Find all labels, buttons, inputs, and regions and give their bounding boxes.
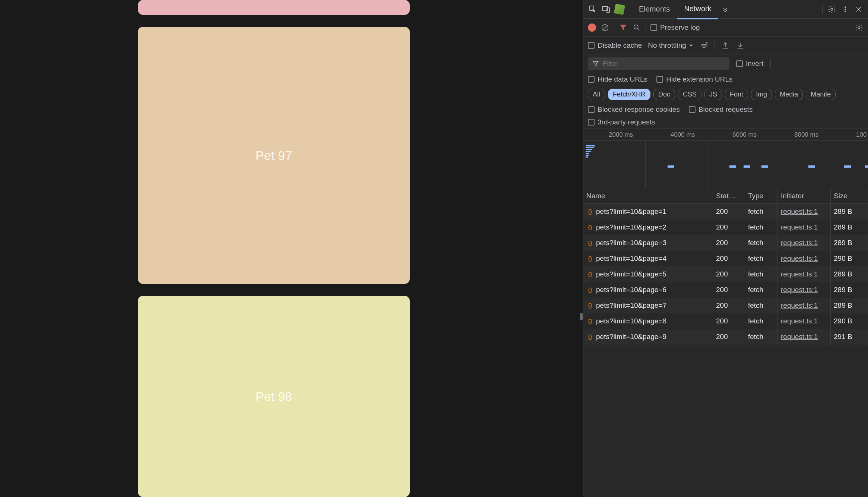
pill-fetch-xhr[interactable]: Fetch/XHR [608, 89, 650, 100]
table-row[interactable]: {} pets?limit=10&page=9 200 fetch reques… [583, 329, 868, 345]
cell-type: fetch [745, 313, 778, 329]
timeline-overview[interactable]: 2000 ms 4000 ms 6000 ms 8000 ms 100 [583, 129, 868, 188]
preserve-log-checkbox[interactable]: Preserve log [650, 23, 700, 32]
cell-type: fetch [745, 204, 778, 219]
timeline-tick-label: 4000 ms [671, 131, 695, 139]
filter-row: Invert [583, 54, 868, 73]
svg-point-4 [845, 6, 846, 7]
header-type[interactable]: Type [745, 188, 778, 203]
initiator-link[interactable]: request.ts:1 [781, 333, 818, 341]
initiator-link[interactable]: request.ts:1 [781, 286, 818, 294]
scroll-thumb[interactable] [580, 313, 583, 320]
pill-all[interactable]: All [588, 89, 605, 100]
checkbox-icon [588, 119, 595, 126]
table-row[interactable]: {} pets?limit=10&page=7 200 fetch reques… [583, 298, 868, 313]
initiator-link[interactable]: request.ts:1 [781, 254, 818, 263]
tab-elements[interactable]: Elements [632, 0, 677, 19]
download-har-icon[interactable] [736, 41, 745, 50]
cell-name: {} pets?limit=10&page=5 [583, 266, 713, 282]
checkbox-icon [689, 106, 696, 113]
search-icon[interactable] [632, 23, 641, 32]
request-name: pets?limit=10&page=8 [596, 317, 666, 325]
pet-card[interactable] [138, 0, 410, 15]
network-settings-gear-icon[interactable] [855, 23, 864, 32]
filter-funnel-icon[interactable] [619, 23, 628, 32]
more-tabs-icon[interactable] [719, 3, 732, 16]
table-row[interactable]: {} pets?limit=10&page=6 200 fetch reques… [583, 282, 868, 298]
initiator-link[interactable]: request.ts:1 [781, 317, 818, 325]
hide-data-urls-checkbox[interactable]: Hide data URLs [588, 75, 647, 83]
cell-size: 291 B [831, 329, 868, 345]
pet-card[interactable]: Pet 98 [138, 296, 410, 497]
kebab-menu-icon[interactable] [839, 3, 852, 16]
header-status[interactable]: Stat… [713, 188, 745, 203]
disable-cache-label: Disable cache [598, 41, 642, 50]
cell-initiator: request.ts:1 [778, 298, 831, 313]
header-size[interactable]: Size [831, 188, 868, 203]
header-name[interactable]: Name [583, 188, 713, 203]
svg-point-8 [634, 25, 638, 29]
network-conditions-icon[interactable] [700, 41, 709, 50]
invert-checkbox[interactable]: Invert [736, 60, 764, 68]
inspect-element-icon[interactable] [586, 3, 599, 16]
hide-ext-urls-checkbox[interactable]: Hide extension URLs [656, 75, 732, 83]
cell-name: {} pets?limit=10&page=3 [583, 235, 713, 251]
table-row[interactable]: {} pets?limit=10&page=5 200 fetch reques… [583, 266, 868, 282]
blocked-response-cookies-checkbox[interactable]: Blocked response cookies [588, 105, 680, 114]
cell-status: 200 [713, 329, 745, 345]
cell-initiator: request.ts:1 [778, 219, 831, 235]
table-row[interactable]: {} pets?limit=10&page=8 200 fetch reques… [583, 313, 868, 329]
initiator-link[interactable]: request.ts:1 [781, 239, 818, 247]
clear-icon[interactable] [601, 23, 609, 32]
svg-point-5 [845, 9, 846, 10]
divider [646, 23, 646, 32]
record-button[interactable] [588, 23, 596, 32]
disable-cache-checkbox[interactable]: Disable cache [588, 41, 642, 50]
pill-font[interactable]: Font [725, 89, 748, 100]
pill-img[interactable]: Img [751, 89, 772, 100]
pet-card-label: Pet 97 [256, 148, 292, 163]
cell-status: 200 [713, 235, 745, 251]
third-party-checkbox[interactable]: 3rd-party requests [588, 118, 655, 126]
initiator-link[interactable]: request.ts:1 [781, 208, 818, 216]
blocked-row: Blocked response cookies Blocked request… [583, 103, 868, 116]
scrollbar[interactable] [579, 0, 583, 497]
table-row[interactable]: {} pets?limit=10&page=1 200 fetch reques… [583, 204, 868, 219]
filter-input[interactable] [603, 60, 725, 68]
upload-har-icon[interactable] [721, 41, 730, 50]
settings-gear-icon[interactable] [826, 3, 838, 16]
pill-manifest[interactable]: Manife [806, 89, 836, 100]
initiator-link[interactable]: request.ts:1 [781, 270, 818, 278]
table-row[interactable]: {} pets?limit=10&page=2 200 fetch reques… [583, 219, 868, 235]
header-initiator[interactable]: Initiator [778, 188, 831, 203]
extension-cube-icon[interactable] [613, 3, 626, 16]
cell-initiator: request.ts:1 [778, 251, 831, 266]
pill-js[interactable]: JS [704, 89, 722, 100]
cell-size: 289 B [831, 204, 868, 219]
blocked-requests-checkbox[interactable]: Blocked requests [689, 105, 753, 114]
pill-media[interactable]: Media [775, 89, 803, 100]
blocked-resp-label: Blocked response cookies [598, 105, 680, 114]
filter-input-wrap[interactable] [588, 57, 729, 70]
table-row[interactable]: {} pets?limit=10&page=3 200 fetch reques… [583, 235, 868, 251]
hide-ext-urls-label: Hide extension URLs [666, 75, 732, 83]
table-row[interactable]: {} pets?limit=10&page=4 200 fetch reques… [583, 251, 868, 266]
pill-doc[interactable]: Doc [653, 89, 675, 100]
devtools-panel: Elements Network Preserv [583, 0, 868, 497]
initiator-link[interactable]: request.ts:1 [781, 223, 818, 231]
cell-size: 289 B [831, 266, 868, 282]
initiator-link[interactable]: request.ts:1 [781, 301, 818, 310]
timeline-bar [761, 165, 768, 168]
pill-css[interactable]: CSS [678, 89, 701, 100]
timeline-bar [744, 165, 750, 168]
tab-network[interactable]: Network [677, 0, 718, 19]
cell-size: 290 B [831, 313, 868, 329]
close-devtools-icon[interactable] [852, 3, 865, 16]
cell-name: {} pets?limit=10&page=7 [583, 298, 713, 313]
cell-type: fetch [745, 298, 778, 313]
throttling-select[interactable]: No throttling [648, 41, 693, 50]
json-icon: {} [586, 224, 594, 231]
pet-card[interactable]: Pet 97 [138, 27, 410, 284]
device-toolbar-icon[interactable] [600, 3, 612, 16]
checkbox-icon [588, 106, 595, 113]
